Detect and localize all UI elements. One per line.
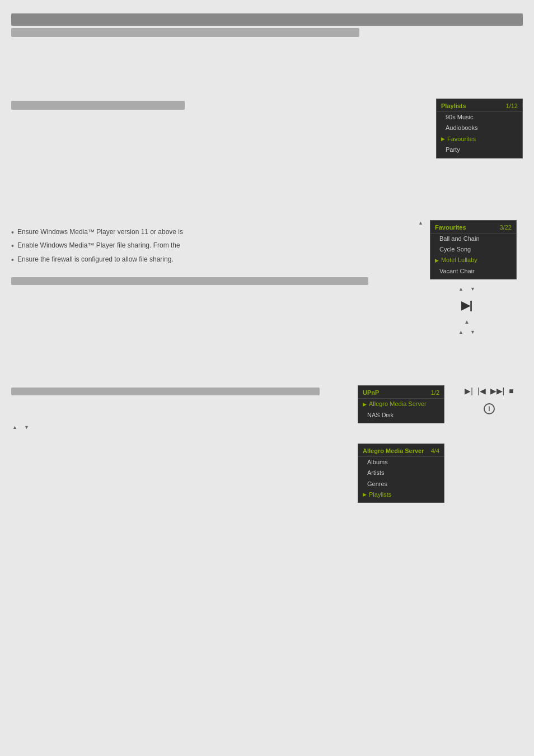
playlist-item-1[interactable]: Audiobooks: [437, 123, 522, 133]
favourites-dropdown[interactable]: Favourites 3/22 Ball and Chain Cycle Son…: [430, 220, 517, 280]
nav-down-btn-4[interactable]: ▼: [469, 329, 476, 335]
next-track-btn[interactable]: ▶|: [461, 298, 473, 312]
allegro-item-0[interactable]: Albums: [358, 457, 444, 468]
bullet-item-1: • Enable Windows Media™ Player file shar…: [11, 239, 400, 253]
bullet-list-section: • Ensure Windows Media™ Player version 1…: [11, 220, 400, 287]
allegro-item-1[interactable]: Artists: [358, 468, 444, 478]
playlists-dropdown[interactable]: Playlists 1/12 90s Music Audiobooks ▶ Fa…: [436, 99, 523, 158]
fav-item-2[interactable]: ▶ Motel Lullaby: [430, 255, 516, 265]
upnp-count: 1/2: [431, 389, 439, 396]
stop-btn[interactable]: ■: [508, 385, 514, 396]
top-section: [11, 13, 523, 37]
main-page: Playlists 1/12 90s Music Audiobooks ▶ Fa…: [0, 0, 534, 756]
playlist-arrow-2: ▶: [441, 136, 445, 143]
upnp-title: UPnP: [363, 389, 379, 396]
favourites-count: 3/22: [500, 224, 512, 231]
upnp-item-1[interactable]: NAS Disk: [358, 410, 444, 421]
transport-controls: ▶| |◀ ▶▶| ■: [463, 385, 514, 396]
bullet-dot-2: •: [11, 255, 14, 265]
allegro-header: Allegro Media Server 4/4: [358, 446, 444, 457]
fav-item-0[interactable]: Ball and Chain: [430, 234, 516, 244]
bottom-up-btn[interactable]: ▲: [11, 424, 18, 430]
playlists-title: Playlists: [441, 102, 466, 109]
spacer-3: [11, 352, 523, 385]
allegro-arrow-3: ▶: [363, 491, 367, 498]
allegro-title: Allegro Media Server: [363, 447, 424, 454]
top-header-bar: [11, 13, 523, 26]
playlist-item-0[interactable]: 90s Music: [437, 112, 522, 123]
bullet-list: • Ensure Windows Media™ Player version 1…: [11, 220, 400, 273]
fast-fwd-btn[interactable]: ▶▶|: [489, 385, 506, 396]
allegro-item-3[interactable]: ▶ Playlists: [358, 489, 444, 500]
bottom-down-btn[interactable]: ▼: [23, 424, 30, 430]
bottom-section: ▲ ▼ UPnP 1/2 ▶ Allegro Media Server NAS: [11, 385, 523, 503]
playlist-item-3[interactable]: Party: [437, 144, 522, 155]
skip-prev-btn[interactable]: |◀: [476, 385, 487, 396]
nav-up-btn-3[interactable]: ▲: [463, 319, 471, 325]
allegro-dropdown[interactable]: Allegro Media Server 4/4 Albums Artists …: [358, 444, 444, 503]
spacer-bottom-left: [11, 398, 346, 420]
skip-next-btn[interactable]: ▶|: [463, 385, 474, 396]
favourites-header: Favourites 3/22: [430, 223, 516, 234]
fav-item-3[interactable]: Vacant Chair: [430, 266, 516, 277]
spacer-1: [11, 54, 523, 99]
nav-down-btn-2[interactable]: ▼: [469, 286, 476, 292]
info-icon[interactable]: i: [484, 403, 495, 414]
bullet-dot-1: •: [11, 241, 14, 251]
bottom-gray-bar-1: [11, 388, 320, 395]
lower-section: • Ensure Windows Media™ Player version 1…: [11, 220, 523, 335]
bullet-item-2: • Ensure the firewall is configured to a…: [11, 253, 400, 267]
favourites-title: Favourites: [435, 224, 466, 231]
upnp-item-0[interactable]: ▶ Allegro Media Server: [358, 399, 444, 409]
middle-bar: [11, 101, 185, 110]
fav-item-1[interactable]: Cycle Song: [430, 244, 516, 255]
playlists-count: 1/12: [506, 102, 518, 109]
fav-arrow-2: ▶: [435, 257, 439, 264]
upnp-header: UPnP 1/2: [358, 388, 444, 399]
lower-gray-bar: [11, 277, 368, 285]
upnp-arrow-0: ▶: [363, 401, 367, 408]
middle-section: Playlists 1/12 90s Music Audiobooks ▶ Fa…: [11, 99, 523, 158]
allegro-count: 4/4: [431, 447, 439, 454]
nav-up-btn-4[interactable]: ▲: [457, 329, 465, 335]
right-controls: ▲ Favourites 3/22 Ball and Chain Cycle S…: [411, 220, 523, 335]
bullet-item-0: • Ensure Windows Media™ Player version 1…: [11, 226, 400, 240]
allegro-item-2[interactable]: Genres: [358, 479, 444, 489]
nav-up-btn-2[interactable]: ▲: [457, 286, 465, 292]
upnp-dropdown[interactable]: UPnP 1/2 ▶ Allegro Media Server NAS Disk: [358, 385, 444, 423]
transport-section: ▶| |◀ ▶▶| ■ i: [456, 385, 523, 414]
playlist-item-2[interactable]: ▶ Favourites: [437, 134, 522, 144]
top-sub-bar: [11, 28, 359, 37]
nav-up-btn-1[interactable]: ▲: [417, 220, 424, 226]
spacer-2: [11, 175, 523, 220]
playlists-header: Playlists 1/12: [437, 101, 522, 112]
upnp-section: UPnP 1/2 ▶ Allegro Media Server NAS Disk…: [358, 385, 444, 503]
bottom-left: ▲ ▼: [11, 385, 346, 430]
bullet-dot-0: •: [11, 228, 14, 237]
